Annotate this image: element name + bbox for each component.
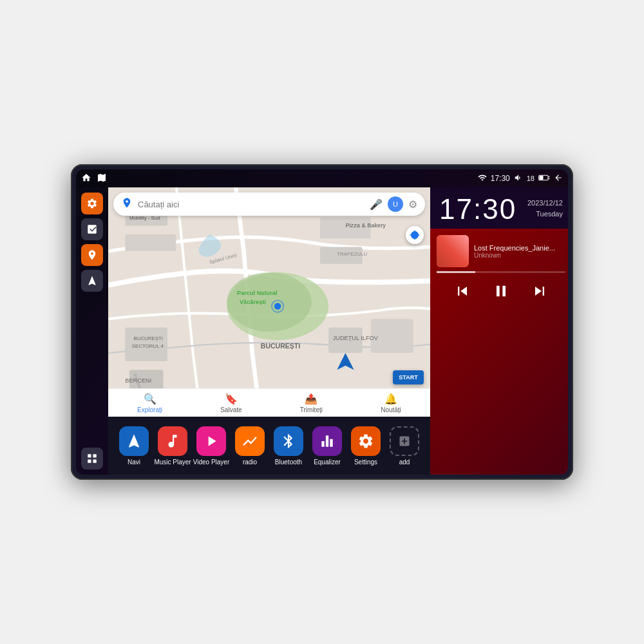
music-player-label: Music Player bbox=[154, 459, 191, 466]
svg-text:Văcărești: Văcărești bbox=[240, 299, 266, 305]
map-nav-share-label: Trimiteți bbox=[300, 406, 323, 413]
status-bar: 17:30 18 bbox=[76, 169, 568, 187]
back-icon[interactable] bbox=[554, 173, 563, 184]
settings-map-icon[interactable]: ⚙ bbox=[408, 198, 417, 211]
app-add[interactable]: add bbox=[385, 426, 424, 466]
user-avatar[interactable]: U bbox=[388, 196, 403, 212]
music-prev-button[interactable] bbox=[451, 279, 474, 303]
map-search-input[interactable] bbox=[138, 200, 365, 209]
main-area: AXIS Premium Mobility - Sud Parcul Natur… bbox=[76, 187, 568, 475]
svg-text:JUDEȚUL ILFOV: JUDEȚUL ILFOV bbox=[333, 335, 379, 341]
svg-text:BUCUREȘTI: BUCUREȘTI bbox=[133, 336, 163, 341]
center-area: AXIS Premium Mobility - Sud Parcul Natur… bbox=[108, 187, 430, 475]
music-next-button[interactable] bbox=[528, 279, 551, 303]
battery-icon bbox=[538, 174, 550, 183]
map-bottom-nav: 🔍 Explorați 🔖 Salvate 📤 Trimiteți � bbox=[108, 388, 430, 417]
map-nav-explore-label: Explorați bbox=[137, 406, 162, 413]
news-icon: 🔔 bbox=[384, 393, 397, 405]
map-nav-saved-label: Salvate bbox=[220, 406, 242, 413]
home-icon[interactable] bbox=[81, 173, 91, 185]
sidebar-grid[interactable] bbox=[81, 448, 103, 469]
wifi-icon bbox=[478, 173, 487, 184]
svg-rect-1 bbox=[540, 176, 544, 180]
music-pause-button[interactable] bbox=[489, 279, 513, 303]
svg-text:Pizza & Bakery: Pizza & Bakery bbox=[345, 222, 386, 229]
maps-icon[interactable] bbox=[97, 173, 107, 185]
navi-label: Navi bbox=[128, 459, 140, 466]
bluetooth-icon bbox=[274, 426, 303, 456]
music-info: Lost Frequencies_Janie... Unknown bbox=[430, 229, 568, 271]
radio-icon bbox=[235, 426, 265, 456]
app-video-player[interactable]: Video Player bbox=[192, 426, 231, 466]
clock-date: 2023/12/12 Tuesday bbox=[527, 198, 563, 219]
svg-text:BUCUREȘTI: BUCUREȘTI bbox=[261, 342, 300, 350]
app-bluetooth[interactable]: Bluetooth bbox=[269, 426, 308, 466]
map-nav-news-label: Noutăți bbox=[381, 406, 401, 413]
clock-area: 17:30 2023/12/12 Tuesday bbox=[430, 187, 568, 229]
svg-rect-8 bbox=[125, 234, 176, 251]
device: 17:30 18 bbox=[71, 164, 573, 480]
map-search-bar[interactable]: 🎤 U ⚙ bbox=[113, 193, 425, 216]
sidebar-navigation[interactable] bbox=[81, 270, 103, 292]
app-radio[interactable]: radio bbox=[231, 426, 269, 466]
svg-text:Parcul Natural: Parcul Natural bbox=[237, 290, 277, 296]
status-time: 17:30 bbox=[491, 174, 510, 183]
status-right-area: 17:30 18 bbox=[478, 173, 563, 184]
map-svg: AXIS Premium Mobility - Sud Parcul Natur… bbox=[108, 187, 430, 417]
map-nav-news[interactable]: 🔔 Noutăți bbox=[381, 393, 401, 413]
saved-icon: 🔖 bbox=[225, 393, 238, 405]
volume-icon bbox=[514, 173, 523, 184]
map-container[interactable]: AXIS Premium Mobility - Sud Parcul Natur… bbox=[108, 187, 430, 417]
video-player-icon bbox=[196, 426, 226, 456]
equalizer-label: Equalizer bbox=[314, 459, 341, 466]
map-nav-saved[interactable]: 🔖 Salvate bbox=[220, 393, 242, 413]
app-music-player[interactable]: Music Player bbox=[153, 426, 192, 466]
video-player-label: Video Player bbox=[193, 459, 230, 466]
svg-point-28 bbox=[274, 303, 281, 310]
settings-label: Settings bbox=[354, 459, 377, 466]
music-album-art bbox=[437, 235, 469, 267]
mic-icon[interactable]: 🎤 bbox=[370, 198, 383, 211]
map-nav-explore[interactable]: 🔍 Explorați bbox=[137, 393, 162, 413]
app-navi[interactable]: Navi bbox=[115, 426, 153, 466]
status-left-icons bbox=[81, 173, 107, 185]
music-controls bbox=[430, 273, 568, 309]
clock-date-line2: Tuesday bbox=[527, 209, 563, 220]
sidebar-settings[interactable] bbox=[81, 193, 103, 214]
share-icon: 📤 bbox=[305, 393, 317, 405]
location-fab[interactable] bbox=[406, 226, 424, 244]
music-widget: Lost Frequencies_Janie... Unknown bbox=[430, 229, 568, 475]
add-icon bbox=[390, 426, 419, 456]
navigate-button[interactable]: START bbox=[393, 370, 424, 384]
add-label: add bbox=[399, 459, 410, 466]
svg-text:Mobility - Sud: Mobility - Sud bbox=[129, 215, 160, 221]
sidebar-layers[interactable] bbox=[81, 218, 103, 240]
left-sidebar bbox=[76, 187, 108, 475]
svg-text:SECTORUL 4: SECTORUL 4 bbox=[132, 343, 164, 349]
app-equalizer[interactable]: Equalizer bbox=[308, 426, 346, 466]
music-text: Lost Frequencies_Janie... Unknown bbox=[474, 244, 565, 259]
device-screen: 17:30 18 bbox=[76, 169, 568, 475]
app-settings[interactable]: Settings bbox=[346, 426, 385, 466]
svg-text:TRAPEZULU: TRAPEZULU bbox=[337, 251, 367, 257]
clock-time: 17:30 bbox=[439, 195, 516, 223]
battery-level: 18 bbox=[527, 175, 535, 182]
navi-icon bbox=[119, 426, 149, 456]
settings-icon bbox=[351, 426, 381, 456]
radio-label: radio bbox=[243, 459, 257, 466]
app-dock: Navi Music Player bbox=[108, 417, 430, 475]
music-player-icon bbox=[158, 426, 187, 456]
explore-icon: 🔍 bbox=[144, 393, 156, 405]
music-title: Lost Frequencies_Janie... bbox=[474, 244, 565, 252]
sidebar-location[interactable] bbox=[81, 244, 103, 266]
right-panel: 17:30 2023/12/12 Tuesday bbox=[430, 187, 568, 475]
equalizer-icon bbox=[312, 426, 342, 456]
map-nav-share[interactable]: 📤 Trimiteți bbox=[300, 393, 323, 413]
album-art-inner bbox=[437, 235, 469, 267]
clock-date-line1: 2023/12/12 bbox=[527, 198, 563, 209]
music-artist: Unknown bbox=[474, 252, 565, 259]
bluetooth-label: Bluetooth bbox=[275, 459, 302, 466]
maps-logo bbox=[121, 197, 133, 211]
